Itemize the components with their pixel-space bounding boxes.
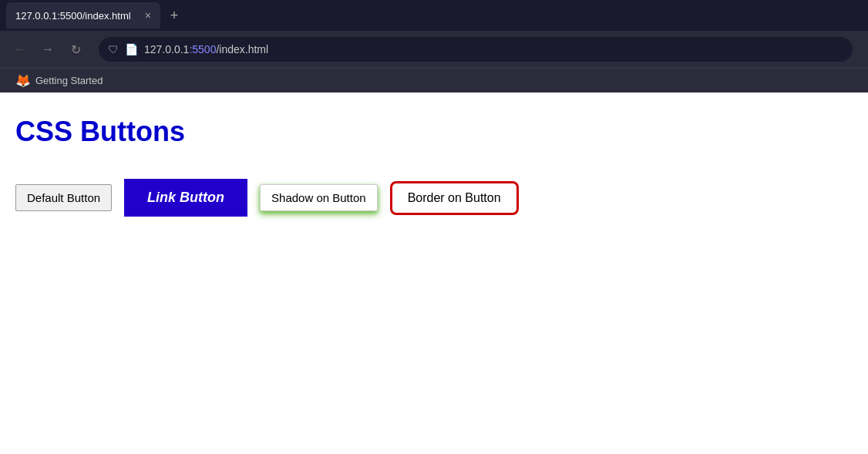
refresh-button[interactable]: ↻ xyxy=(65,39,86,60)
bookmark-label: Getting Started xyxy=(35,75,103,86)
link-button[interactable]: Link Button xyxy=(124,179,247,217)
address-port: :5500 xyxy=(189,43,216,55)
nav-bar: ← → ↻ 🛡 📄 127.0.0.1:5500/index.html xyxy=(0,31,868,68)
page-icon: 📄 xyxy=(125,43,138,55)
tab-close-button[interactable]: × xyxy=(145,9,151,22)
page-title: CSS Buttons xyxy=(15,116,853,148)
bookmarks-bar: 🦊 Getting Started xyxy=(0,68,868,92)
address-text: 127.0.0.1:5500/index.html xyxy=(144,43,268,55)
new-tab-button[interactable]: + xyxy=(163,5,185,26)
tab-title: 127.0.0.1:5500/index.html xyxy=(15,10,131,22)
address-path: /index.html xyxy=(216,43,268,55)
tab-bar: 127.0.0.1:5500/index.html × + xyxy=(0,0,868,31)
address-bar[interactable]: 🛡 📄 127.0.0.1:5500/index.html xyxy=(99,37,853,62)
forward-button[interactable]: → xyxy=(37,39,59,60)
shield-icon: 🛡 xyxy=(108,43,119,55)
browser-chrome: 127.0.0.1:5500/index.html × + ← → ↻ 🛡 📄 … xyxy=(0,0,868,92)
address-host: 127.0.0.1 xyxy=(144,43,189,55)
buttons-row: Default Button Link Button Shadow on But… xyxy=(15,179,853,217)
back-button[interactable]: ← xyxy=(9,39,31,60)
border-button[interactable]: Border on Button xyxy=(390,181,519,215)
default-button[interactable]: Default Button xyxy=(15,184,112,211)
shadow-button[interactable]: Shadow on Button xyxy=(260,184,378,211)
firefox-icon: 🦊 xyxy=(15,73,31,88)
bookmark-getting-started[interactable]: 🦊 Getting Started xyxy=(9,72,109,90)
page-content: CSS Buttons Default Button Link Button S… xyxy=(0,92,868,416)
active-tab[interactable]: 127.0.0.1:5500/index.html × xyxy=(6,2,160,29)
